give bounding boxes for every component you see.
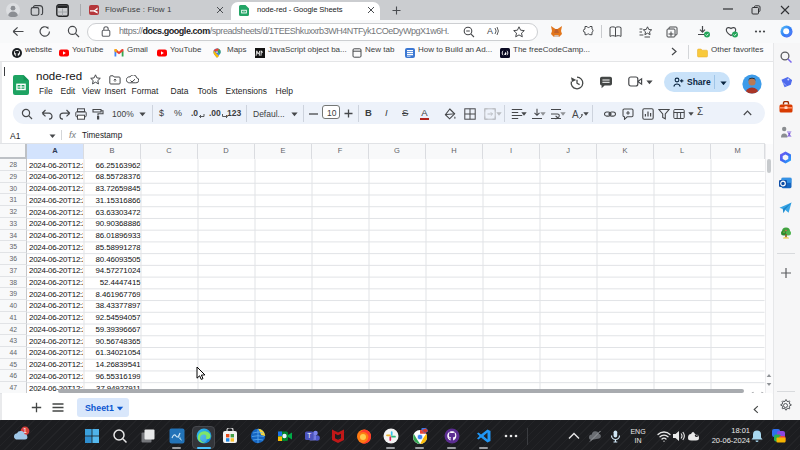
svg-text:T: T bbox=[307, 432, 311, 439]
